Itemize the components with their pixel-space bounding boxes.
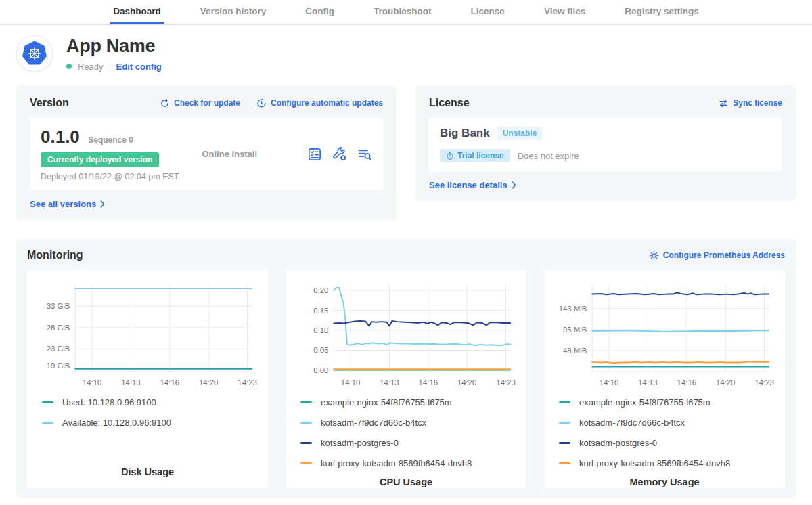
current-version-card: 0.1.0 Sequence 0 Currently deployed vers…: [30, 118, 383, 190]
svg-text:14:23: 14:23: [238, 378, 256, 387]
tab-dashboard[interactable]: Dashboard: [110, 0, 164, 24]
gear-icon: [649, 250, 659, 261]
license-panel-title: License: [429, 97, 470, 109]
cpu-usage-chart: 14:1014:1314:1614:2014:230.200.150.100.0…: [295, 278, 517, 391]
configure-prometheus-button[interactable]: Configure Prometheus Address: [649, 250, 785, 261]
series-color-dash: [300, 401, 312, 403]
svg-text:0.20: 0.20: [313, 286, 328, 294]
svg-text:14:20: 14:20: [716, 378, 735, 387]
see-license-details-label: See license details: [429, 180, 508, 190]
configure-automatic-updates-button[interactable]: Configure automatic updates: [256, 98, 383, 108]
chevron-right-icon: [512, 181, 516, 189]
monitoring-title: Monitoring: [27, 249, 83, 261]
see-all-versions-link[interactable]: See all versions: [30, 199, 105, 209]
tab-config[interactable]: Config: [302, 0, 337, 24]
svg-text:33 GiB: 33 GiB: [47, 302, 70, 310]
chevron-right-icon: [100, 200, 105, 208]
version-panel-title: Version: [30, 97, 69, 109]
kubernetes-logo: [16, 35, 53, 72]
svg-text:14:20: 14:20: [199, 378, 218, 387]
tab-troubleshoot[interactable]: Troubleshoot: [371, 0, 434, 24]
edit-config-link[interactable]: Edit config: [116, 62, 162, 72]
version-number: 0.1.0: [41, 127, 80, 147]
series-color-dash: [300, 442, 312, 444]
svg-text:95 MiB: 95 MiB: [563, 326, 587, 334]
svg-text:28 GiB: 28 GiB: [47, 324, 70, 332]
cpu-usage-card: 14:1014:1314:1614:2014:230.200.150.100.0…: [286, 270, 526, 488]
series-color-dash: [300, 422, 312, 424]
tab-version-history[interactable]: Version history: [198, 0, 269, 24]
memory-usage-chart: 14:1014:1314:1614:2014:23143 MiB95 MiB48…: [554, 278, 775, 391]
version-panel: Version Check for update Configure autom…: [16, 85, 397, 220]
check-for-update-button[interactable]: Check for update: [160, 98, 240, 108]
legend-label: example-nginx-54f8f76755-l675m: [321, 397, 452, 408]
svg-text:14:16: 14:16: [160, 378, 179, 387]
legend-label: kotsadm-7f9dc7d66c-b4tcx: [321, 418, 426, 428]
chart-title: Disk Usage: [37, 458, 258, 477]
see-license-details-link[interactable]: See license details: [429, 180, 516, 190]
preflight-checks-icon[interactable]: [307, 147, 322, 162]
tab-registry-settings[interactable]: Registry settings: [622, 0, 702, 24]
svg-text:0.15: 0.15: [313, 307, 328, 315]
clock-refresh-icon: [256, 98, 267, 108]
legend-label: Available: 10.128.0.96:9100: [62, 418, 171, 428]
app-status-text: Ready: [78, 62, 104, 72]
svg-text:0.05: 0.05: [313, 346, 328, 354]
svg-text:14:23: 14:23: [754, 378, 773, 387]
svg-text:14:13: 14:13: [638, 378, 657, 387]
svg-text:14:20: 14:20: [457, 378, 476, 387]
legend-item: kotsadm-postgres-0: [300, 438, 512, 448]
series-color-dash: [42, 422, 53, 424]
trial-license-label: Trial license: [457, 151, 504, 160]
series-color-dash: [559, 442, 570, 444]
install-type-label: Online Install: [202, 149, 257, 159]
legend-label: Used: 10.128.0.96:9100: [62, 397, 156, 408]
customer-name: Big Bank: [440, 127, 490, 140]
check-for-update-label: Check for update: [174, 98, 240, 108]
sync-license-button[interactable]: Sync license: [718, 98, 782, 108]
deployed-timestamp: Deployed 01/19/22 @ 02:04 pm EST: [41, 172, 179, 181]
legend-label: kurl-proxy-kotsadm-8569fb6454-dnvh8: [321, 458, 472, 468]
legend-label: kotsadm-7f9dc7d66c-b4tcx: [579, 418, 685, 428]
legend-item: kotsadm-7f9dc7d66c-b4tcx: [559, 418, 770, 428]
deployed-version-badge: Currently deployed version: [41, 152, 159, 167]
see-all-versions-label: See all versions: [30, 199, 96, 209]
svg-text:14:16: 14:16: [677, 378, 696, 387]
license-panel: License Sync license Big Bank Unstable T…: [415, 85, 796, 201]
edit-config-wrench-icon[interactable]: [332, 147, 347, 162]
chart-title: Memory Usage: [554, 468, 775, 487]
series-color-dash: [559, 462, 570, 464]
svg-text:14:10: 14:10: [600, 378, 618, 387]
disk-usage-chart: 14:1014:1314:1614:2014:2333 GiB28 GiB23 …: [37, 278, 258, 391]
tab-view-files[interactable]: View files: [541, 0, 588, 24]
channel-badge: Unstable: [497, 127, 543, 140]
license-expiration: Does not expire: [518, 151, 579, 161]
license-details-card: Big Bank Unstable Trial license Does not…: [429, 118, 782, 171]
version-sequence: Sequence 0: [88, 135, 133, 145]
legend-label: kurl-proxy-kotsadm-8569fb6454-dnvh8: [579, 458, 730, 468]
legend-item: kotsadm-postgres-0: [559, 438, 770, 448]
stopwatch-icon: [446, 151, 454, 160]
series-color-dash: [559, 401, 570, 403]
ready-status-dot: [66, 64, 72, 69]
sync-license-label: Sync license: [733, 98, 782, 108]
series-color-dash: [559, 422, 570, 424]
svg-text:14:13: 14:13: [380, 378, 399, 387]
svg-text:0.00: 0.00: [313, 366, 328, 374]
sync-arrows-icon: [718, 99, 729, 108]
legend-item: example-nginx-54f8f76755-l675m: [300, 397, 512, 408]
app-header: App Name Ready Edit config: [0, 25, 812, 76]
legend-item: kurl-proxy-kotsadm-8569fb6454-dnvh8: [559, 458, 770, 468]
tab-license[interactable]: License: [468, 0, 508, 24]
configure-prometheus-label: Configure Prometheus Address: [663, 250, 785, 260]
deploy-logs-icon[interactable]: [357, 147, 372, 162]
svg-text:14:23: 14:23: [496, 378, 515, 387]
app-name-title: App Name: [66, 36, 162, 57]
divider: [110, 62, 110, 71]
legend-item: kurl-proxy-kotsadm-8569fb6454-dnvh8: [300, 458, 512, 468]
svg-text:48 MiB: 48 MiB: [563, 347, 587, 355]
legend-label: kotsadm-postgres-0: [579, 438, 657, 448]
svg-text:143 MiB: 143 MiB: [559, 305, 587, 313]
svg-text:14:10: 14:10: [341, 378, 360, 387]
legend-label: example-nginx-54f8f76755-l675m: [579, 397, 710, 408]
